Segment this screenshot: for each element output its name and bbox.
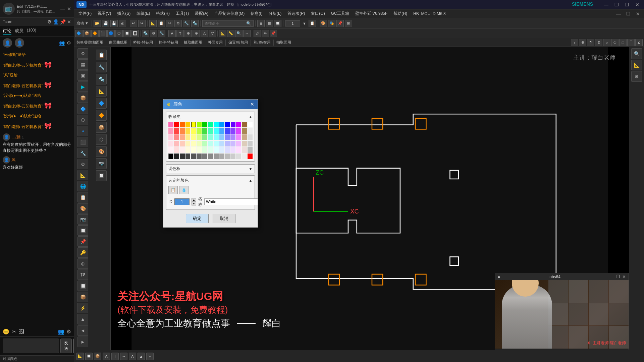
bottom-icon-9[interactable]: ▽ — [146, 353, 154, 360]
surface-curve-btn[interactable]: 曲面曲线用 — [108, 39, 129, 46]
swatch-r2-5[interactable] — [191, 128, 196, 134]
swatch-r6-9[interactable] — [214, 154, 219, 159]
swatch-yellow[interactable] — [191, 122, 196, 127]
sidebar-icon-tool5[interactable]: 📋 — [77, 192, 88, 202]
sidebar-icon-tool3[interactable]: 📐 — [77, 170, 88, 180]
swatch-r3-1[interactable] — [168, 134, 173, 140]
menu-preferences[interactable]: 首选项(P) — [285, 10, 308, 17]
eyedropper-btn[interactable]: 💧 — [179, 186, 189, 194]
sidebar-icon-tool15[interactable]: ⚡ — [77, 303, 88, 313]
swatch-r2-2[interactable] — [174, 128, 179, 134]
sidebar-icon-tool2[interactable]: ⚙ — [77, 159, 88, 169]
bottom-icon-8[interactable]: ▲ — [138, 353, 145, 360]
render-icon-1[interactable]: 🎨 — [320, 20, 327, 27]
swatch-r3-10[interactable] — [219, 134, 224, 140]
swatch-white[interactable] — [248, 122, 253, 127]
minimize-btn[interactable]: — — [602, 1, 610, 8]
nx-viewport[interactable]: XC ZC 主讲：耀白老师 关注公众号:星航UG网 (软件下载及安装，免费教程)… — [111, 47, 629, 350]
swatch-r5-6[interactable] — [197, 147, 202, 153]
render-icon-2[interactable]: 🎭 — [328, 20, 335, 27]
swatch-r5-10[interactable] — [219, 147, 224, 153]
bottom-icon-6[interactable]: ↔ — [120, 353, 127, 360]
bottom-icon-4[interactable]: A — [103, 353, 110, 360]
tb2-icon-22[interactable]: 🖊 — [254, 30, 261, 37]
swatch-pink[interactable] — [168, 122, 173, 127]
swatch-r4-14[interactable] — [242, 141, 247, 146]
selected-header[interactable]: 选定的颜色 ▲ — [168, 178, 253, 183]
right-icon-1[interactable]: 🔍 — [631, 48, 642, 59]
menu-help[interactable]: 帮助(H) — [391, 10, 410, 17]
swatch-r5-14[interactable] — [242, 147, 247, 153]
swatch-r5-8[interactable] — [208, 147, 213, 153]
menu-view[interactable]: 视图(V) — [95, 10, 114, 17]
swatch-r6-10[interactable] — [219, 154, 224, 159]
sidebar-icon-tool11[interactable]: ⊕ — [77, 258, 88, 269]
chat-minimize-btn[interactable]: — — [60, 6, 65, 11]
extract-face-btn[interactable]: 抽取面用 — [275, 39, 292, 46]
print-icon[interactable]: 🖨 — [119, 20, 126, 27]
id-input[interactable]: 1 — [174, 198, 190, 205]
swatch-r5-11[interactable] — [225, 147, 230, 153]
undo-icon[interactable]: ↩ — [130, 20, 137, 27]
part-icon-9[interactable]: 🎨 — [96, 146, 107, 157]
menu-file[interactable]: 文件(F) — [76, 10, 94, 17]
bottom-icon-5[interactable]: T — [111, 353, 119, 360]
tb2-icon-11[interactable]: 🔧 — [158, 30, 165, 37]
boolean-btn[interactable]: 和/差/交用 — [252, 39, 272, 46]
swatch-mint[interactable] — [208, 122, 213, 127]
swatch-r5-15[interactable] — [248, 147, 253, 153]
nx-max-btn[interactable]: ❐ — [624, 10, 633, 17]
swatch-green[interactable] — [202, 122, 207, 127]
swatch-black[interactable] — [168, 154, 173, 159]
tab-members[interactable]: 成员 — [15, 28, 23, 35]
menu-analysis[interactable]: 分析(L) — [266, 10, 284, 17]
swatch-r5-3[interactable] — [180, 147, 185, 153]
tb3-r-icon-5[interactable]: ○ — [603, 39, 610, 46]
tb2-icon-18[interactable]: 📐 — [219, 30, 226, 37]
swatch-r3-3[interactable] — [180, 134, 185, 140]
close-btn[interactable]: ✕ — [633, 1, 641, 8]
swatch-r4-9[interactable] — [214, 141, 219, 146]
swatch-r6-6[interactable] — [197, 154, 202, 159]
menu-pminfo[interactable]: 产品制造信息(M) — [212, 10, 247, 17]
tb2-icon-10[interactable]: ⚙ — [150, 30, 157, 37]
swatch-r2-3[interactable] — [180, 128, 185, 134]
grid-icon[interactable]: ⊞ — [345, 20, 352, 27]
redo-icon[interactable]: ↪ — [138, 20, 146, 27]
swatch-r2-7[interactable] — [202, 128, 207, 134]
sidebar-icon-3d3[interactable]: ⬡ — [77, 115, 88, 125]
swatch-sky[interactable] — [219, 122, 224, 127]
sidebar-icon-tool8[interactable]: 🔲 — [77, 225, 88, 236]
swatch-r3-15[interactable] — [248, 134, 253, 140]
swatch-purple[interactable] — [236, 122, 241, 127]
menu-format[interactable]: 格式(R) — [153, 10, 172, 17]
tb2-icon-23[interactable]: ✏ — [262, 30, 269, 37]
swatch-lime[interactable] — [197, 122, 202, 127]
tb2-icon-1[interactable]: 🔷 — [75, 30, 83, 37]
swatch-r6-11[interactable] — [225, 154, 230, 159]
bottom-icon-2[interactable]: 🔲 — [85, 353, 93, 360]
tb3-r-icon-6[interactable]: ◇ — [611, 39, 619, 46]
tb2-icon-6[interactable]: ⬡ — [115, 30, 123, 37]
tb2-icon-5[interactable]: 🔵 — [107, 30, 115, 37]
swatch-r4-10[interactable] — [219, 141, 224, 146]
tb2-icon-12[interactable]: A — [168, 30, 176, 37]
video-restore-btn[interactable]: ❐ — [616, 274, 620, 279]
user-action-btn-1[interactable]: 👥 — [59, 38, 65, 48]
sidebar-icon-3d2[interactable]: 🔷 — [77, 104, 88, 114]
part-icon-4[interactable]: 📐 — [96, 86, 107, 97]
extract-surface-btn[interactable]: 抽取曲面用 — [182, 39, 204, 46]
swatch-r4-1[interactable] — [168, 141, 173, 146]
part-icon-1[interactable]: 📋 — [96, 50, 107, 60]
part-icon-5[interactable]: 🔷 — [96, 98, 107, 109]
swatch-blue[interactable] — [225, 122, 230, 127]
tb3-r-icon-4[interactable]: ⊗ — [595, 39, 602, 46]
sidebar-icon-tool4[interactable]: 🌐 — [77, 181, 88, 191]
swatch-r2-6[interactable] — [197, 128, 202, 134]
swatch-r5-5[interactable] — [191, 147, 196, 153]
settings-icon[interactable]: ⚙ — [66, 328, 71, 335]
swatch-r3-13[interactable] — [236, 134, 241, 140]
nav-right-btn[interactable]: ► — [77, 337, 88, 347]
swatch-r2-13[interactable] — [236, 128, 241, 134]
part-icon-8[interactable]: ⬡ — [96, 134, 107, 145]
